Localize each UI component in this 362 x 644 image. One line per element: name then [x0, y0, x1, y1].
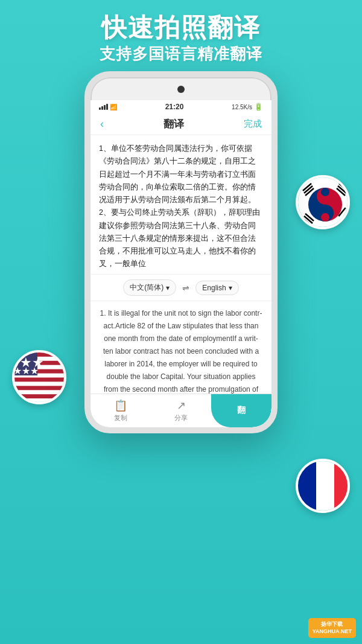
source-lang-arrow: ▾ [166, 284, 170, 292]
tab-share-label: 分享 [174, 413, 188, 422]
svg-point-11 [321, 213, 329, 222]
target-lang-arrow: ▾ [229, 284, 232, 292]
header-subtitle: 支持多国语言精准翻译 [0, 43, 362, 65]
svg-rect-24 [14, 386, 66, 390]
svg-rect-23 [14, 378, 66, 382]
svg-text:★★★: ★★★ [14, 366, 39, 376]
flag-france [296, 459, 350, 513]
watermark-line1: 扬华下载 [313, 620, 352, 628]
source-text: 1、单位不签劳动合同属违法行为，你可依据《劳动合同法》第八十二条的规定，自用工之… [99, 144, 260, 268]
flag-korea [296, 175, 350, 229]
source-language-select[interactable]: 中文(简体) ▾ [123, 279, 176, 296]
target-lang-label: English [202, 284, 226, 292]
share-icon: ↗ [177, 399, 186, 412]
nav-bar: ‹ 翻译 完成 [91, 113, 272, 135]
tab-bar: 📋 复制 ↗ 分享 翻 [91, 394, 272, 427]
speed-indicator: 12.5K/s [232, 104, 252, 110]
flag-usa: ★★★ ★★★ [12, 350, 66, 404]
tab-share[interactable]: ↗ 分享 [151, 394, 211, 427]
phone-body: 📶 21:20 12.5K/s 🔋 ‹ 翻译 完成 1、单位不签劳动合同属违法行… [84, 71, 278, 433]
lang-swap-button[interactable]: ⇌ [182, 283, 189, 293]
done-button[interactable]: 完成 [244, 118, 262, 130]
status-bar: 📶 21:20 12.5K/s 🔋 [91, 100, 272, 113]
status-right: 12.5K/s 🔋 [232, 103, 263, 111]
watermark: 扬华下载 YANGHUA.NET [308, 618, 356, 638]
nav-title: 翻译 [164, 117, 184, 131]
svg-point-10 [321, 188, 329, 196]
source-lang-label: 中文(简体) [130, 282, 164, 293]
source-text-area: 1、单位不签劳动合同属违法行为，你可依据《劳动合同法》第八十二条的规定，自用工之… [91, 135, 272, 274]
watermark-line2: YANGHUA.NET [313, 628, 352, 636]
tab-copy-label: 复制 [114, 413, 127, 422]
phone-speaker [177, 86, 185, 93]
phone-screen: 📶 21:20 12.5K/s 🔋 ‹ 翻译 完成 1、单位不签劳动合同属违法行… [91, 100, 272, 427]
translate-icon: 翻 [237, 405, 246, 416]
signal-icon [99, 104, 108, 110]
battery-icon: 🔋 [254, 103, 263, 111]
status-time: 21:20 [165, 103, 184, 111]
svg-rect-31 [316, 461, 334, 513]
header-title: 快速拍照翻译 [0, 11, 362, 45]
back-button[interactable]: ‹ [100, 118, 104, 130]
phone-mockup: 📶 21:20 12.5K/s 🔋 ‹ 翻译 完成 1、单位不签劳动合同属违法行… [84, 71, 278, 433]
language-selector-row: 中文(简体) ▾ ⇌ English ▾ [91, 274, 272, 301]
target-language-select[interactable]: English ▾ [195, 281, 238, 295]
copy-icon: 📋 [114, 399, 127, 412]
translated-text: 1. It is illegal for the unit not to sig… [100, 309, 262, 406]
tab-translate[interactable]: 翻 [211, 394, 272, 427]
wifi-icon: 📶 [110, 104, 117, 110]
tab-copy[interactable]: 📋 复制 [91, 394, 151, 427]
status-left: 📶 [99, 104, 117, 110]
